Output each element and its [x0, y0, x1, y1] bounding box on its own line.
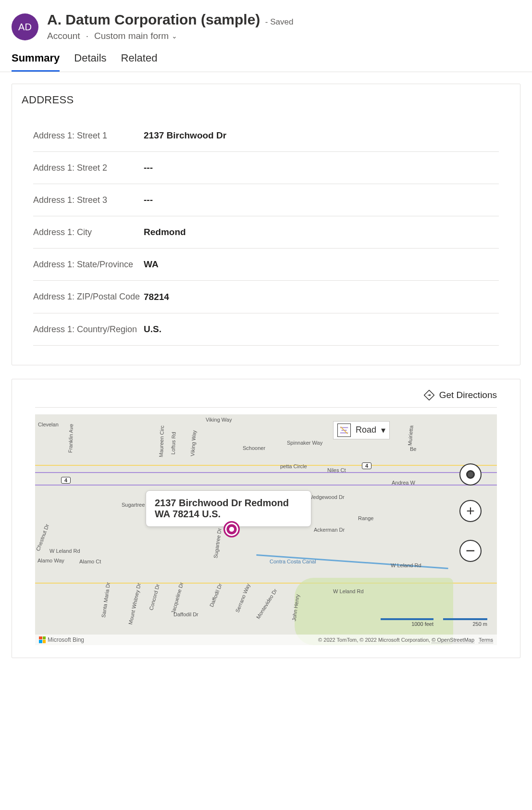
- field-value: 2137 Birchwood Dr: [144, 130, 226, 141]
- copyright-text: © 2022 TomTom, © 2022 Microsoft Corporat…: [318, 637, 432, 643]
- map-label: Spinnaker Way: [287, 440, 322, 446]
- locate-me-button[interactable]: [459, 463, 482, 486]
- map-label: W Leland Rd: [391, 562, 421, 568]
- field-street2[interactable]: Address 1: Street 2 ---: [33, 152, 499, 184]
- record-header: AD A. Datum Corporation (sample) - Saved…: [0, 0, 532, 41]
- map-label: petta Circle: [280, 463, 307, 469]
- map-label: Viking Way: [206, 417, 232, 423]
- tab-details[interactable]: Details: [74, 52, 106, 72]
- map-label: Range: [358, 515, 373, 521]
- field-label: Address 1: City: [33, 226, 144, 238]
- map-canvas[interactable]: 4 4 Viking Way Schooner Spinnaker Way pe…: [35, 414, 497, 645]
- map-pin-icon[interactable]: [223, 521, 240, 537]
- address-section-title: ADDRESS: [22, 94, 510, 106]
- separator: ·: [86, 31, 88, 41]
- bing-logo: Microsoft Bing: [39, 636, 84, 643]
- zoom-in-button[interactable]: +: [459, 500, 482, 522]
- field-street3[interactable]: Address 1: Street 3 ---: [33, 184, 499, 216]
- tab-summary[interactable]: Summary: [12, 52, 60, 72]
- form-selector[interactable]: Custom main form ⌄: [94, 31, 177, 41]
- avatar-initials: AD: [18, 22, 32, 33]
- callout-text: 2137 Birchwood Dr Redmond WA 78214 U.S.: [155, 498, 289, 519]
- map-label: Schooner: [243, 445, 265, 451]
- save-status: - Saved: [265, 17, 294, 26]
- plus-icon: +: [466, 503, 475, 519]
- entity-name: Account: [47, 31, 80, 41]
- field-street1[interactable]: Address 1: Street 1 2137 Birchwood Dr: [33, 120, 499, 152]
- directions-icon: [424, 390, 434, 400]
- map-label: Niles Ct: [327, 467, 346, 473]
- field-zip[interactable]: Address 1: ZIP/Postal Code 78214: [33, 281, 499, 313]
- osm-link[interactable]: © OpenStreetMap: [432, 637, 474, 643]
- map-label: Clevelan: [38, 422, 59, 427]
- caret-down-icon: ▾: [381, 425, 385, 436]
- tab-related[interactable]: Related: [121, 52, 158, 72]
- hwy-shield-icon: 4: [362, 462, 371, 469]
- scale-feet: 1000 feet: [381, 618, 433, 627]
- locate-icon: [466, 470, 475, 479]
- map-type-label: Road: [356, 425, 376, 435]
- map-label: Alamo Way: [37, 558, 64, 563]
- field-city[interactable]: Address 1: City Redmond: [33, 216, 499, 249]
- map-card: Get Directions 4 4 Viking Way Schooner S…: [12, 379, 520, 658]
- tab-bar: Summary Details Related: [0, 41, 532, 72]
- map-label: Daffodil Dr: [173, 611, 198, 617]
- avatar: AD: [12, 13, 38, 40]
- minus-icon: −: [466, 541, 475, 560]
- map-type-icon: [337, 424, 351, 437]
- field-value: ---: [144, 162, 153, 173]
- map-attribution: Microsoft Bing © 2022 TomTom, © 2022 Mic…: [35, 635, 497, 645]
- field-state[interactable]: Address 1: State/Province WA: [33, 249, 499, 281]
- map-label: W Leland Rd: [333, 588, 364, 594]
- page-title: A. Datum Corporation (sample): [47, 12, 260, 27]
- map-label: W Leland Rd: [49, 548, 80, 554]
- map-label: Be: [410, 446, 416, 452]
- map-type-selector[interactable]: Road ▾: [333, 421, 390, 439]
- map-label: Wedgewood Dr: [308, 494, 345, 500]
- bing-text: Microsoft Bing: [48, 636, 84, 643]
- map-label: Andrea W: [392, 480, 415, 486]
- terms-link[interactable]: Terms: [479, 637, 493, 643]
- field-value: Redmond: [144, 227, 186, 237]
- map-label: Maureen Circ: [158, 425, 165, 457]
- field-label: Address 1: Street 1: [33, 129, 144, 142]
- get-directions-button[interactable]: Get Directions: [439, 390, 497, 400]
- map-label: Ackerman Dr: [314, 527, 345, 533]
- zoom-out-button[interactable]: −: [459, 540, 482, 562]
- map-label: Loftus Rd: [170, 432, 177, 454]
- form-name: Custom main form: [94, 31, 169, 41]
- field-label: Address 1: Street 2: [33, 162, 144, 174]
- map-label: Contra Costa Canal: [270, 559, 316, 564]
- field-label: Address 1: Street 3: [33, 194, 144, 206]
- microsoft-logo-icon: [39, 636, 46, 643]
- map-label: Sugartree: [122, 502, 145, 508]
- field-label: Address 1: Country/Region: [33, 323, 144, 336]
- map-label: Alamo Ct: [79, 559, 101, 564]
- field-label: Address 1: State/Province: [33, 258, 144, 271]
- field-value: U.S.: [144, 324, 161, 335]
- scale-bar: 1000 feet 250 m: [381, 618, 487, 627]
- field-country[interactable]: Address 1: Country/Region U.S.: [33, 313, 499, 346]
- chevron-down-icon: ⌄: [172, 32, 177, 40]
- map-label: Franklin Ave: [67, 424, 74, 453]
- scale-meters: 250 m: [443, 618, 487, 627]
- field-value: WA: [144, 259, 159, 270]
- field-value: 78214: [144, 292, 169, 302]
- hwy-shield-icon: 4: [61, 477, 71, 484]
- field-label: Address 1: ZIP/Postal Code: [33, 290, 144, 303]
- field-value: ---: [144, 195, 153, 205]
- address-card: ADDRESS Address 1: Street 1 2137 Birchwo…: [12, 84, 520, 365]
